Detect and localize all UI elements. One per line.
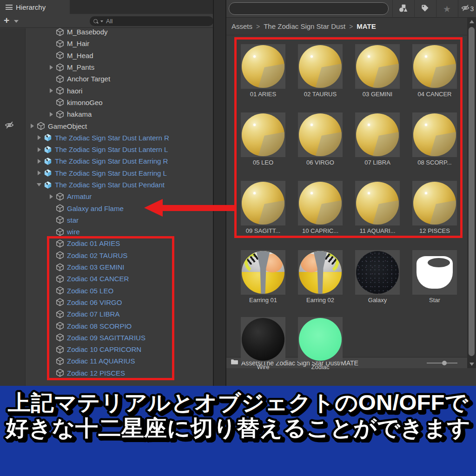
- hierarchy-search-value: All: [105, 18, 112, 25]
- asset-tile-earring-02[interactable]: Earring 02: [298, 250, 343, 295]
- breadcrumb-separator: >: [349, 23, 353, 30]
- add-object-button[interactable]: +: [4, 15, 9, 26]
- material-thumbnail-galaxy[interactable]: Galaxy: [355, 250, 400, 295]
- expand-arrow-icon[interactable]: [36, 135, 42, 140]
- breadcrumb-part-mate[interactable]: MATE: [357, 22, 376, 30]
- hierarchy-item-label: Anchor Target: [67, 75, 110, 83]
- prefab-cube-icon: [44, 157, 52, 165]
- search-icon: [93, 19, 99, 24]
- hierarchy-search-input[interactable]: All: [90, 16, 213, 26]
- expand-arrow-icon[interactable]: [48, 194, 54, 199]
- project-scrollbar[interactable]: [467, 18, 476, 368]
- scrollbar-thumb[interactable]: [469, 27, 475, 356]
- thumbnail-zoom-slider[interactable]: [427, 363, 457, 364]
- project-search-input[interactable]: [229, 2, 389, 15]
- expand-arrow-icon[interactable]: [48, 112, 54, 117]
- hierarchy-item-m-pants[interactable]: M_Pants: [26, 61, 213, 73]
- hierarchy-item-label: wire: [67, 228, 80, 236]
- hierarchy-item-m-head[interactable]: M_Head: [26, 50, 213, 61]
- panel-divider[interactable]: [213, 0, 226, 386]
- asset-tile-galaxy[interactable]: Galaxy: [355, 250, 400, 295]
- annotation-rect-zodiac-objects: [47, 236, 174, 380]
- shapes-filter-icon: [398, 3, 408, 15]
- asset-label: Zodiac: [292, 364, 348, 370]
- material-thumbnail-earring2[interactable]: Earring 02: [298, 250, 343, 295]
- add-object-dropdown-icon[interactable]: [14, 20, 19, 23]
- breadcrumb: Assets>The Zodiac Sign Star Dust>MATE: [226, 18, 476, 35]
- hidden-eye-icon: [461, 3, 470, 14]
- annotation-arrow-head-icon: [144, 199, 163, 217]
- project-toolbar: ★ 3: [226, 0, 476, 18]
- asset-tile-star[interactable]: Star: [412, 250, 457, 295]
- gameobject-cube-icon: [56, 63, 64, 72]
- hierarchy-item-the-zodiac-sign-star-dust-earring-l[interactable]: The Zodiac Sign Star Dust Earring L: [26, 167, 213, 179]
- gameobject-cube-icon: [56, 75, 64, 83]
- gameobject-cube-icon: [37, 122, 45, 130]
- material-thumbnail-earring1[interactable]: Earring 01: [241, 250, 285, 295]
- hierarchy-item-the-zodiac-sign-star-dust-earring-r[interactable]: The Zodiac Sign Star Dust Earring R: [26, 155, 213, 167]
- hierarchy-item-the-zodiac-sign-star-dust-lantern-r[interactable]: The Zodiac Sign Star Dust Lantern R: [26, 132, 213, 144]
- expand-arrow-icon[interactable]: [36, 147, 42, 152]
- hierarchy-item-anchor-target[interactable]: Anchor Target: [26, 73, 213, 85]
- hierarchy-item-label: M_Basebody: [67, 28, 108, 36]
- expand-arrow-icon[interactable]: [48, 65, 54, 70]
- hierarchy-tab-label: Hierarchy: [16, 3, 46, 11]
- material-thumbnail-star[interactable]: Star: [412, 250, 457, 295]
- scroll-up-icon[interactable]: [469, 20, 474, 23]
- hierarchy-visibility-gutter: [0, 28, 26, 386]
- asset-tile-wire[interactable]: Wire: [241, 317, 285, 362]
- gameobject-cube-icon: [56, 204, 64, 212]
- breadcrumb-part-the-zodiac-sign-star-dust[interactable]: The Zodiac Sign Star Dust: [264, 22, 345, 30]
- prefab-cube-icon: [44, 133, 52, 142]
- unity-editor-screenshot: Hierarchy + All M_BasebodyM_HairM_HeadM_…: [0, 0, 476, 476]
- gameobject-cube-icon: [56, 40, 64, 48]
- svg-text:上記マテリアルとオブジェクトのON/OFFで: 上記マテリアルとオブジェクトのON/OFFで: [7, 390, 469, 415]
- gameobject-cube-icon: [56, 110, 64, 119]
- tag-icon: [421, 4, 430, 14]
- asset-tile-zodiac[interactable]: Zodiac: [298, 317, 343, 362]
- asset-label: Wire: [235, 364, 291, 370]
- star-icon: ★: [443, 4, 451, 14]
- hierarchy-item-label: M_Hair: [67, 40, 89, 47]
- hierarchy-tab-bar: Hierarchy: [0, 0, 213, 14]
- gameobject-cube-icon: [56, 192, 64, 201]
- slider-thumb[interactable]: [442, 361, 447, 365]
- hierarchy-item-haori[interactable]: haori: [26, 85, 213, 96]
- hierarchy-item-label: The Zodiac Sign Star Dust Earring L: [55, 169, 167, 177]
- hierarchy-item-the-zodiac-sign-star-dust-lantern-l[interactable]: The Zodiac Sign Star Dust Lantern L: [26, 144, 213, 155]
- favorites-button[interactable]: ★: [436, 0, 457, 18]
- hierarchy-item-the-zodiac-sign-star-dust-pendant[interactable]: The Zodiac Sign Star Dust Pendant: [26, 179, 213, 191]
- prefab-cube-icon: [44, 181, 52, 189]
- hierarchy-item-gameobject[interactable]: GameObject: [26, 120, 213, 132]
- expand-arrow-icon[interactable]: [48, 88, 54, 93]
- hierarchy-item-m-hair[interactable]: M_Hair: [26, 38, 213, 49]
- expand-arrow-icon[interactable]: [36, 159, 42, 164]
- hierarchy-item-label: The Zodiac Sign Star Dust Pendant: [55, 181, 165, 189]
- material-thumbnail-wire[interactable]: Wire: [241, 317, 285, 362]
- hierarchy-item-m-basebody[interactable]: M_Basebody: [26, 26, 213, 38]
- breadcrumb-part-assets[interactable]: Assets: [231, 22, 252, 30]
- hierarchy-item-label: M_Pants: [67, 63, 94, 71]
- material-thumbnail-zodiac[interactable]: Zodiac: [298, 317, 343, 362]
- hidden-items-button[interactable]: 3: [458, 0, 476, 18]
- tab-hierarchy[interactable]: Hierarchy: [0, 0, 70, 14]
- gameobject-cube-icon: [56, 28, 64, 36]
- asset-label: Earring 01: [235, 297, 291, 304]
- gameobject-cube-icon: [56, 216, 64, 224]
- hierarchy-item-armatur[interactable]: Armatur: [26, 191, 213, 202]
- hierarchy-item-kimonogeo[interactable]: kimonoGeo: [26, 97, 213, 108]
- scene-visibility-eye-slash-icon[interactable]: [4, 120, 14, 132]
- hierarchy-item-label: Armatur: [67, 192, 92, 200]
- hierarchy-item-label: GameObject: [48, 122, 87, 130]
- hierarchy-item-hakama[interactable]: hakama: [26, 108, 213, 120]
- hierarchy-item-star[interactable]: star: [26, 214, 213, 226]
- asset-tile-earring-01[interactable]: Earring 01: [241, 250, 285, 295]
- expand-arrow-icon[interactable]: [29, 124, 35, 128]
- scroll-down-icon[interactable]: [469, 363, 474, 366]
- expand-arrow-icon[interactable]: [36, 183, 42, 186]
- asset-label: Earring 02: [292, 297, 348, 304]
- label-filter-button[interactable]: [414, 0, 436, 18]
- hierarchy-item-label: The Zodiac Sign Star Dust Lantern L: [55, 145, 168, 153]
- type-filter-button[interactable]: [392, 0, 414, 18]
- expand-arrow-icon[interactable]: [36, 171, 42, 175]
